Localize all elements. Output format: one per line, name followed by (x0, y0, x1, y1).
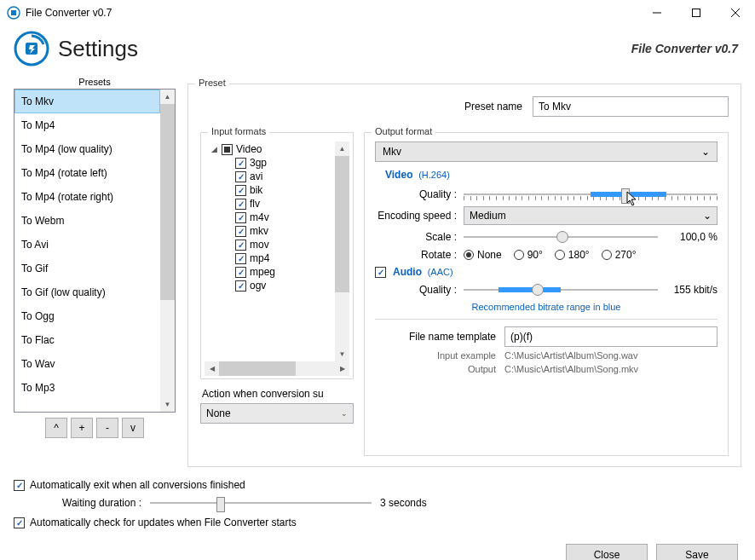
scroll-up-icon[interactable]: ▲ (335, 141, 349, 156)
format-item[interactable]: avi (210, 170, 335, 182)
preset-item[interactable]: To Mp4 (rotate right) (14, 185, 160, 209)
auto-update-label: Automatically check for updates when Fil… (30, 517, 297, 528)
preset-item[interactable]: To Webm (14, 209, 160, 233)
scroll-down-icon[interactable]: ▼ (160, 397, 175, 412)
waiting-duration-slider[interactable] (150, 494, 372, 511)
scale-value: 100,0 % (665, 231, 718, 243)
preset-item[interactable]: To Mp4 (rotate left) (14, 161, 160, 185)
move-down-button[interactable]: v (122, 418, 144, 438)
format-checkbox[interactable] (235, 212, 246, 223)
format-checkbox[interactable] (235, 267, 246, 278)
preset-item[interactable]: To Mp3 (14, 376, 160, 400)
scroll-thumb[interactable] (219, 361, 296, 376)
scroll-up-icon[interactable]: ▲ (160, 89, 175, 104)
rotate-option[interactable]: None (464, 249, 502, 261)
action-select[interactable]: None ⌄ (200, 403, 354, 424)
preset-list[interactable]: To MkvTo Mp4To Mp4 (low quality)To Mp4 (… (14, 89, 160, 412)
rotate-option[interactable]: 180° (555, 249, 590, 261)
auto-update-checkbox[interactable] (14, 517, 25, 528)
app-logo-icon (14, 31, 49, 66)
radio-icon (514, 250, 524, 260)
preset-scrollbar[interactable]: ▲ ▼ (160, 89, 175, 412)
svg-rect-1 (11, 10, 16, 15)
maximize-button[interactable] (677, 0, 716, 26)
format-checkbox[interactable] (235, 158, 246, 169)
scroll-right-icon[interactable]: ▶ (335, 361, 349, 376)
output-example-value: C:\Music\Artist\Album\Song.mkv (504, 364, 638, 374)
filename-template-input[interactable] (504, 326, 718, 347)
format-checkbox[interactable] (235, 185, 246, 196)
auto-exit-checkbox[interactable] (14, 480, 25, 491)
rotate-option[interactable]: 270° (602, 249, 637, 261)
format-item[interactable]: mp4 (210, 252, 335, 264)
output-format-select[interactable]: Mkv ⌄ (375, 141, 718, 162)
format-item[interactable]: bik (210, 184, 335, 196)
video-section-header: Video (H.264) (385, 169, 718, 181)
video-checkbox[interactable] (222, 144, 233, 155)
format-checkbox[interactable] (235, 253, 246, 264)
scroll-thumb[interactable] (335, 156, 349, 292)
save-button[interactable]: Save (656, 544, 738, 560)
brand-label: File Converter v0.7 (631, 42, 738, 55)
format-item[interactable]: ogv (210, 280, 335, 292)
preset-item[interactable]: To Gif (low quality) (14, 280, 160, 304)
encoding-speed-select[interactable]: Medium ⌄ (464, 206, 718, 225)
chevron-down-icon: ⌄ (701, 146, 710, 158)
collapse-icon[interactable]: ◢ (210, 145, 218, 153)
input-example-value: C:\Music\Artist\Album\Song.wav (504, 350, 638, 361)
video-quality-slider[interactable] (464, 186, 718, 203)
preset-name-input[interactable] (533, 96, 729, 117)
output-format-label: Output format (372, 126, 435, 136)
waiting-duration-value: 3 seconds (380, 497, 427, 509)
move-up-button[interactable]: ^ (45, 418, 67, 438)
preset-item[interactable]: To Ogg (14, 304, 160, 328)
format-item[interactable]: mov (210, 239, 335, 251)
waiting-duration-label: Waiting duration : (48, 497, 141, 509)
page-header: Settings File Converter v0.7 (0, 26, 755, 77)
preset-group-label: Preset (195, 78, 229, 88)
format-item[interactable]: mpeg (210, 266, 335, 278)
format-item[interactable]: mkv (210, 225, 335, 237)
close-button[interactable]: Close (566, 544, 648, 560)
scroll-thumb[interactable] (160, 104, 175, 300)
action-label: Action when conversion su (202, 388, 354, 400)
minimize-button[interactable] (637, 0, 677, 26)
radio-icon (464, 250, 474, 260)
format-item[interactable]: 3gp (210, 157, 335, 169)
rotate-label: Rotate : (375, 249, 457, 261)
add-preset-button[interactable]: + (71, 418, 93, 438)
format-item[interactable]: flv (210, 198, 335, 210)
audio-section-header: Audio (AAC) (393, 266, 453, 278)
preset-item[interactable]: To Avi (14, 233, 160, 257)
tree-scrollbar-h[interactable]: ◀ ▶ (205, 361, 349, 376)
tree-scrollbar-v[interactable]: ▲ ▼ (335, 141, 349, 361)
audio-quality-value: 155 kbit/s (665, 284, 718, 296)
filename-template-label: File name template (375, 331, 496, 343)
audio-enabled-checkbox[interactable] (375, 267, 386, 278)
preset-item[interactable]: To Mkv (14, 89, 160, 113)
input-example-label: Input example (375, 350, 496, 361)
format-checkbox[interactable] (235, 226, 246, 237)
format-checkbox[interactable] (235, 240, 246, 251)
preset-item[interactable]: To Flac (14, 328, 160, 352)
scale-slider[interactable] (464, 228, 658, 245)
format-checkbox[interactable] (235, 280, 246, 292)
scroll-left-icon[interactable]: ◀ (205, 361, 219, 376)
encoding-speed-label: Encoding speed : (375, 210, 457, 222)
preset-item[interactable]: To Wav (14, 352, 160, 376)
preset-item[interactable]: To Mp4 (14, 113, 160, 137)
window-title: File Converter v0.7 (26, 7, 637, 19)
tree-root-video[interactable]: ◢ Video (210, 143, 335, 155)
preset-item[interactable]: To Mp4 (low quality) (14, 137, 160, 161)
scale-label: Scale : (375, 231, 457, 243)
scroll-down-icon[interactable]: ▼ (335, 347, 349, 361)
remove-preset-button[interactable]: - (96, 418, 118, 438)
rotate-option[interactable]: 90° (514, 249, 543, 261)
preset-item[interactable]: To Gif (14, 257, 160, 280)
close-button[interactable] (716, 0, 755, 26)
format-checkbox[interactable] (235, 199, 246, 210)
format-checkbox[interactable] (235, 171, 246, 182)
format-item[interactable]: m4v (210, 211, 335, 223)
presets-label: Presets (14, 77, 176, 87)
audio-quality-slider[interactable] (464, 281, 658, 298)
